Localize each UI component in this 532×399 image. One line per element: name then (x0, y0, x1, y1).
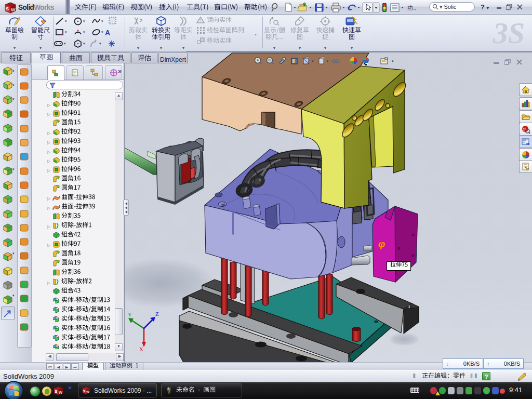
svg-text:A: A (105, 29, 110, 37)
svg-text:Z: Z (155, 311, 159, 317)
svg-text:!: ! (200, 18, 201, 23)
svg-text:S: S (6, 6, 9, 11)
svg-text:W: W (86, 390, 89, 393)
svg-text:Y: Y (128, 311, 132, 317)
svg-text:功..: 功.. (407, 5, 416, 11)
svg-text:X: X (139, 346, 143, 352)
svg-text:W: W (59, 390, 62, 395)
svg-text:W: W (11, 7, 16, 12)
svg-text:S: S (55, 389, 57, 394)
svg-text:S: S (83, 389, 85, 393)
